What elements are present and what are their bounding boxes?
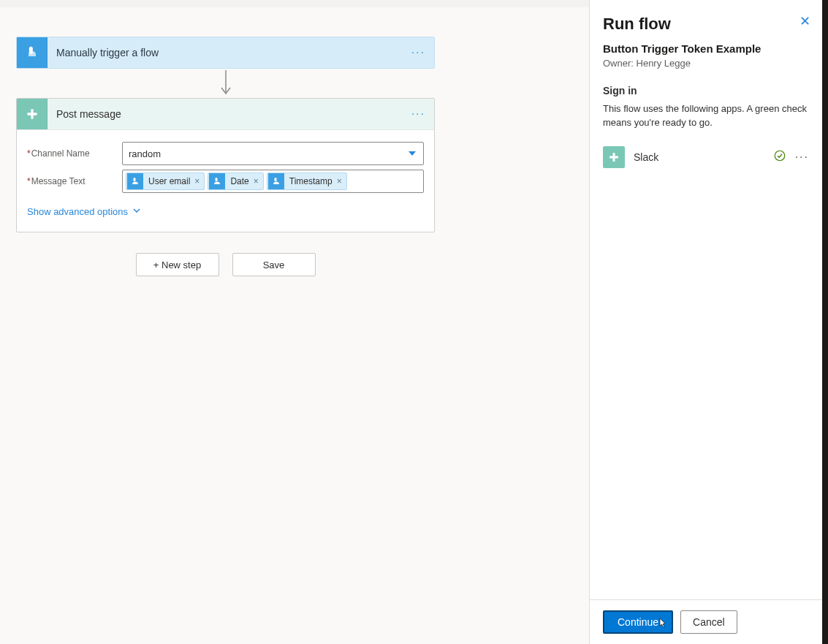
token-icon [209,173,225,189]
token-timestamp[interactable]: Timestamp × [267,173,347,190]
run-flow-panel: ✕ Run flow Button Trigger Token Example … [589,0,822,644]
panel-footer: Continue Cancel [590,599,822,644]
trigger-title: Manually trigger a flow [56,47,159,58]
top-strip [0,0,589,7]
token-icon [268,173,284,189]
flow-name: Button Trigger Token Example [603,42,809,55]
button-trigger-icon [17,37,48,68]
owner-line: Owner: Henry Legge [603,58,809,69]
channel-select[interactable]: random [122,142,424,165]
channel-label: *Channel Name [27,148,122,159]
token-remove-icon[interactable]: × [337,176,342,186]
action-title: Post message [56,108,121,120]
connector-arrow [16,69,435,98]
close-icon[interactable]: ✕ [799,13,810,29]
svg-rect-6 [274,178,276,181]
slack-icon [17,99,48,129]
trigger-card-header: Manually trigger a flow ··· [17,37,434,68]
chevron-down-icon [132,206,141,217]
connection-name: Slack [634,151,764,163]
svg-point-9 [775,151,785,161]
signin-heading: Sign in [603,85,809,96]
panel-body: Run flow Button Trigger Token Example Ow… [590,0,822,599]
action-card-post-message: Post message ··· *Channel Name random *M… [16,98,435,232]
canvas-action-row: + New step Save [16,253,435,276]
token-date[interactable]: Date × [208,173,263,190]
action-card-header[interactable]: Post message ··· [17,99,434,129]
action-card-menu[interactable]: ··· [411,107,425,121]
token-remove-icon[interactable]: × [254,176,259,186]
field-row-channel: *Channel Name random [27,142,424,165]
save-button[interactable]: Save [232,253,316,276]
token-remove-icon[interactable]: × [194,176,200,186]
panel-title: Run flow [603,15,809,34]
token-user-email[interactable]: User email × [126,173,205,190]
chevron-down-icon [409,151,416,156]
svg-rect-3 [31,109,33,118]
token-icon [127,173,143,189]
cancel-button[interactable]: Cancel [680,610,737,634]
action-card-body: *Channel Name random *Message Text Us [17,129,434,232]
new-step-button[interactable]: + New step [136,253,219,276]
continue-button[interactable]: Continue [603,610,673,634]
trigger-card[interactable]: Manually trigger a flow ··· [16,37,435,69]
flow-designer-canvas: Manually trigger a flow ··· Post message… [0,0,589,644]
message-label: *Message Text [27,176,122,186]
connection-row-slack: Slack ··· [603,143,809,171]
connection-menu[interactable]: ··· [795,151,809,164]
channel-value: random [129,148,161,159]
message-token-input[interactable]: User email × Date × Timest [122,170,424,193]
right-edge-strip [822,0,828,644]
trigger-card-menu[interactable]: ··· [411,46,425,59]
cursor-icon [657,618,667,632]
check-circle-icon [773,149,786,165]
svg-rect-8 [613,153,615,162]
field-row-message: *Message Text User email × Date [27,170,424,193]
svg-rect-5 [216,178,218,181]
slack-icon [603,146,625,168]
signin-description: This flow uses the following apps. A gre… [603,102,809,130]
show-advanced-options-link[interactable]: Show advanced options [27,206,424,217]
svg-rect-4 [134,178,136,181]
